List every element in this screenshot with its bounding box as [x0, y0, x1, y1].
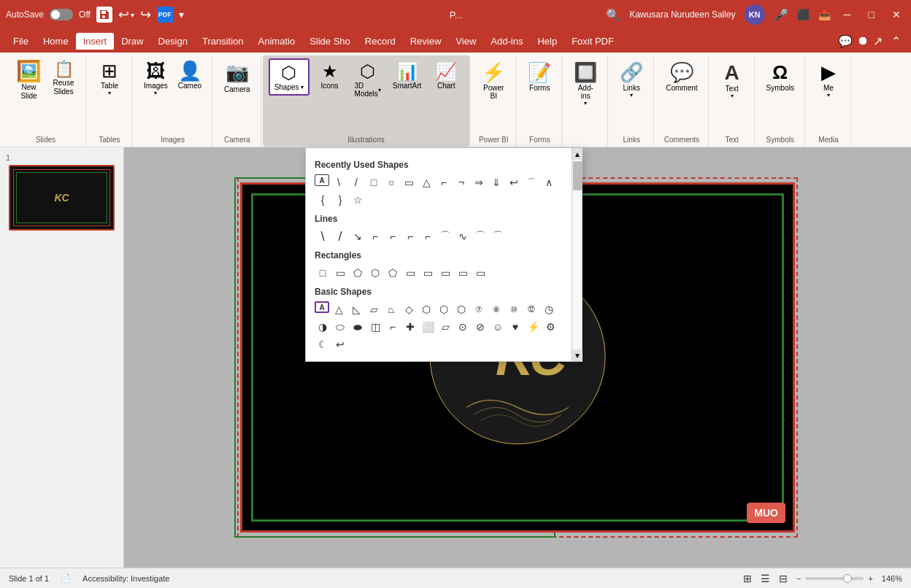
- basic-pie[interactable]: ◷: [541, 301, 557, 317]
- new-slide-button[interactable]: 🖼️ NewSlide: [12, 58, 46, 104]
- menu-foxit[interactable]: Foxit PDF: [564, 33, 621, 50]
- line-elbow1[interactable]: ⌐: [367, 228, 383, 244]
- shape-arrow-right[interactable]: ⇒: [471, 174, 487, 190]
- addins-button[interactable]: 🔲 Add-ins ▾: [569, 58, 601, 109]
- maximize-button[interactable]: □: [864, 7, 879, 22]
- media-button[interactable]: ▶ Me ▾: [812, 58, 845, 101]
- basic-plus[interactable]: ✚: [402, 319, 418, 335]
- ribbon-collapse-button[interactable]: ⌃: [887, 33, 905, 50]
- line-elbow2[interactable]: ⌐: [385, 228, 401, 244]
- shape-triangle[interactable]: △: [418, 174, 434, 190]
- rect-rounded[interactable]: ▭: [332, 265, 348, 281]
- zoom-slider[interactable]: [805, 577, 864, 580]
- line-diagonal1[interactable]: \: [315, 228, 331, 244]
- rect-snipped8[interactable]: ▭: [472, 265, 488, 281]
- notes-icon[interactable]: 📄: [61, 573, 71, 583]
- line-freeform2[interactable]: ∿: [455, 228, 471, 244]
- reuse-slides-button[interactable]: 📋 ReuseSlides: [47, 58, 80, 99]
- zoom-level[interactable]: 146%: [882, 574, 902, 583]
- share2-icon[interactable]: ↗: [873, 34, 883, 48]
- basic-parallelogram[interactable]: ▱: [366, 301, 382, 317]
- menu-animation[interactable]: Animatio: [251, 33, 303, 50]
- comments-icon[interactable]: 💬: [838, 34, 853, 48]
- links-button[interactable]: 🔗 Links ▾: [615, 58, 647, 101]
- basic-num12[interactable]: ⑫: [523, 301, 539, 317]
- rect-plain[interactable]: □: [315, 265, 331, 281]
- menu-review[interactable]: Review: [403, 33, 449, 50]
- redo-button[interactable]: ↪: [140, 7, 151, 23]
- basic-triangle[interactable]: △: [331, 301, 347, 317]
- chart-button[interactable]: 📈 Chart: [428, 58, 464, 93]
- basic-trapezoid[interactable]: ⏢: [383, 301, 399, 317]
- rect-snipped4[interactable]: ▭: [402, 265, 418, 281]
- autosave-toggle[interactable]: [50, 9, 73, 20]
- basic-octagon[interactable]: ⬡: [453, 301, 469, 317]
- line-angle1[interactable]: ↘: [350, 228, 366, 244]
- basic-corner[interactable]: ⌐: [385, 319, 401, 335]
- pdf-button[interactable]: PDF: [157, 7, 173, 23]
- undo-button[interactable]: ↩▾: [118, 7, 134, 23]
- basic-chord[interactable]: ◑: [315, 319, 331, 335]
- shape-curved[interactable]: ↩: [506, 174, 522, 190]
- menu-view[interactable]: View: [448, 33, 483, 50]
- shape-rect2[interactable]: ▭: [401, 174, 417, 190]
- shape-brace-open[interactable]: {: [315, 192, 331, 208]
- shape-line1[interactable]: \: [331, 174, 347, 190]
- basic-cube[interactable]: ⬜: [420, 319, 436, 335]
- shape-corner1[interactable]: ⌐: [436, 174, 452, 190]
- basic-frame[interactable]: ⬬: [350, 319, 366, 335]
- menu-insert[interactable]: Insert: [76, 33, 115, 50]
- images-button[interactable]: 🖼 Images ▾: [139, 58, 172, 99]
- zoom-out-button[interactable]: −: [796, 574, 801, 583]
- view-slide-sorter-button[interactable]: ⊟: [779, 573, 788, 584]
- rect-snipped6[interactable]: ▭: [437, 265, 453, 281]
- zoom-thumb[interactable]: [843, 574, 852, 583]
- comment-button[interactable]: 💬 Comment: [661, 58, 701, 95]
- menu-home[interactable]: Home: [36, 33, 76, 50]
- basic-diamond[interactable]: ◇: [401, 301, 417, 317]
- shape-arc[interactable]: ⌒: [523, 174, 539, 190]
- shapes-button[interactable]: ⬡ Shapes▾: [269, 58, 310, 96]
- shape-brace-close[interactable]: }: [332, 192, 348, 208]
- basic-smiley[interactable]: ☺: [490, 319, 506, 335]
- view-normal-button[interactable]: ⊞: [743, 573, 752, 584]
- scrollbar-down-button[interactable]: ▼: [572, 349, 583, 361]
- cameo-button[interactable]: 👤 Cameo: [174, 58, 206, 93]
- record-icon[interactable]: ⏺: [857, 34, 869, 47]
- icons-button[interactable]: ★ Icons: [312, 58, 347, 93]
- basic-donut[interactable]: ⊙: [455, 319, 471, 335]
- shape-corner2[interactable]: ¬: [453, 174, 469, 190]
- close-button[interactable]: ✕: [888, 7, 905, 22]
- shapes-scrollbar[interactable]: ▲ ▼: [572, 148, 582, 361]
- rect-snipped7[interactable]: ▭: [455, 265, 471, 281]
- basic-textbox[interactable]: A: [315, 301, 329, 313]
- rect-snipped2[interactable]: ⬡: [367, 265, 383, 281]
- basic-heart[interactable]: ♥: [507, 319, 523, 335]
- line-freeform3[interactable]: ⌒: [472, 228, 488, 244]
- menu-design[interactable]: Design: [151, 33, 195, 50]
- menu-addins[interactable]: Add-ins: [483, 33, 530, 50]
- smartart-button[interactable]: 📊 SmartArt: [388, 58, 426, 93]
- basic-half-frame[interactable]: ◫: [367, 319, 383, 335]
- slide-thumbnail[interactable]: KC: [9, 165, 115, 231]
- basic-hexagon[interactable]: ⬡: [418, 301, 434, 317]
- line-freeform1[interactable]: ⌒: [437, 228, 453, 244]
- line-elbow3[interactable]: ⌐: [402, 228, 418, 244]
- zoom-control[interactable]: − +: [796, 574, 873, 583]
- basic-lightning[interactable]: ⚡: [525, 319, 541, 335]
- save-icon[interactable]: [96, 7, 112, 23]
- basic-num8[interactable]: ⑧: [488, 301, 504, 317]
- text-button[interactable]: A Text ▾: [716, 58, 748, 102]
- accessibility-label[interactable]: Accessibility: Investigate: [82, 574, 169, 583]
- shape-arrow-down[interactable]: ⇓: [488, 174, 504, 190]
- menu-slideshow[interactable]: Slide Sho: [302, 33, 358, 50]
- shape-star[interactable]: ☆: [350, 192, 366, 208]
- basic-teardrop[interactable]: ⬭: [332, 319, 348, 335]
- search-icon[interactable]: 🔍: [606, 8, 620, 22]
- rect-snipped5[interactable]: ▭: [420, 265, 436, 281]
- menu-file[interactable]: File: [6, 33, 36, 50]
- zoom-in-button[interactable]: +: [868, 574, 872, 583]
- shape-wave[interactable]: ∧: [541, 174, 557, 190]
- rect-snipped1[interactable]: ⬠: [350, 265, 366, 281]
- basic-moon[interactable]: ☾: [315, 336, 331, 352]
